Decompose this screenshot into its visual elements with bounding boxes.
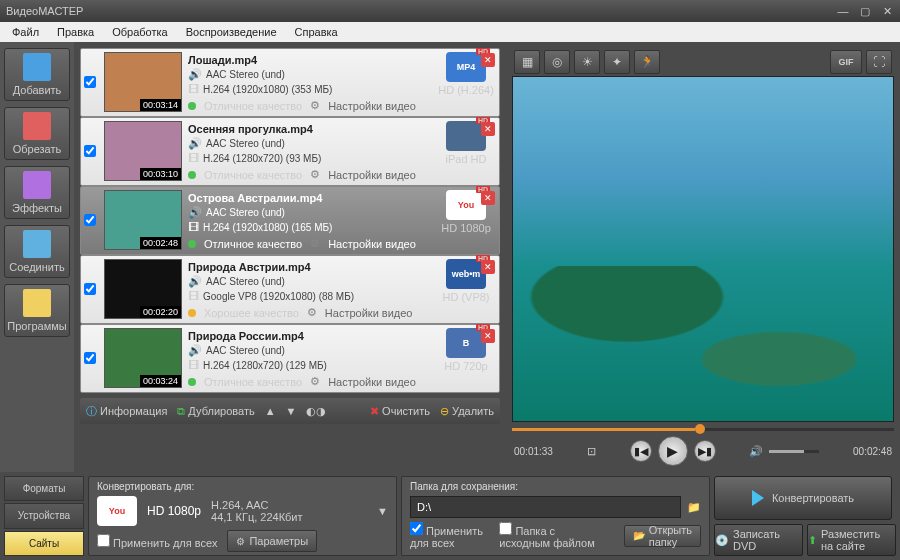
minimize-button[interactable]: — — [836, 4, 850, 18]
sidebar-2[interactable]: Эффекты — [4, 166, 70, 219]
source-folder-checkbox[interactable]: Папка с исходным файлом — [499, 522, 595, 549]
list-toolbar: ⓘИнформация ⧉Дублировать ▲ ▼ ◐◑ ✖Очистит… — [80, 398, 500, 424]
youtube-icon: You — [97, 496, 137, 526]
next-button[interactable]: ▶▮ — [694, 440, 716, 462]
brightness-icon[interactable]: ☀ — [574, 50, 600, 74]
params-button[interactable]: ⚙ Параметры — [227, 530, 317, 552]
video-settings-link[interactable]: Настройки видео — [328, 100, 416, 112]
duplicate-button[interactable]: ⧉Дублировать — [177, 405, 254, 418]
audio-info: 🔊AAC Stereo (und) — [188, 68, 430, 81]
prev-button[interactable]: ▮◀ — [630, 440, 652, 462]
file-row[interactable]: 00:03:24 Природа России.mp4 🔊AAC Stereo … — [80, 324, 500, 393]
remove-file-button[interactable]: ✕ — [481, 191, 495, 205]
file-name: Осенняя прогулка.mp4 — [188, 123, 430, 135]
delete-button[interactable]: ⊖Удалить — [440, 405, 494, 418]
move-up-button[interactable]: ▲ — [265, 405, 276, 417]
video-settings-link[interactable]: Настройки видео — [328, 238, 416, 250]
convert-format-panel: Конвертировать для: You HD 1080p H.264, … — [88, 476, 397, 556]
gif-button[interactable]: GIF — [830, 50, 862, 74]
maximize-button[interactable]: ▢ — [858, 4, 872, 18]
speed-icon[interactable]: 🏃 — [634, 50, 660, 74]
save-folder-panel: Папка для сохранения: 📁 Применить для вс… — [401, 476, 710, 556]
video-settings-link[interactable]: Настройки видео — [325, 307, 413, 319]
browse-folder-icon[interactable]: 📁 — [687, 501, 701, 514]
toggle-view-button[interactable]: ◐◑ — [306, 405, 326, 418]
menu-process[interactable]: Обработка — [104, 24, 175, 40]
seek-bar[interactable] — [512, 422, 894, 436]
save-folder-label: Папка для сохранения: — [410, 481, 701, 492]
publish-button[interactable]: ⬆Разместить на сайте — [807, 524, 896, 556]
sidebar-4[interactable]: Программы — [4, 284, 70, 337]
convert-button[interactable]: Конвертировать — [714, 476, 892, 520]
file-row[interactable]: 00:02:48 Острова Австралии.mp4 🔊AAC Ster… — [80, 186, 500, 255]
thumbnail[interactable]: 00:02:20 — [104, 259, 182, 319]
save-path-input[interactable] — [410, 496, 681, 518]
remove-file-button[interactable]: ✕ — [481, 122, 495, 136]
file-row[interactable]: 00:03:14 Лошади.mp4 🔊AAC Stereo (und) 🎞H… — [80, 48, 500, 117]
format-badge: BHD — [446, 328, 486, 358]
video-settings-link[interactable]: Настройки видео — [328, 169, 416, 181]
quality-label: Отличное качество — [204, 100, 302, 112]
quality-label: Отличное качество — [204, 169, 302, 181]
duration-label: 00:03:10 — [140, 168, 181, 180]
snapshot-icon[interactable]: ◎ — [544, 50, 570, 74]
snapshot-button[interactable]: ⊡ — [587, 445, 596, 458]
format-dropdown-icon[interactable]: ▼ — [377, 505, 388, 517]
sidebar-1[interactable]: Обрезать — [4, 107, 70, 160]
tab-sites[interactable]: Сайты — [4, 531, 84, 556]
thumbnail[interactable]: 00:03:24 — [104, 328, 182, 388]
remove-file-button[interactable]: ✕ — [481, 53, 495, 67]
duration-label: 00:03:14 — [140, 99, 181, 111]
menu-edit[interactable]: Правка — [49, 24, 102, 40]
format-label: HD (VP8) — [442, 291, 489, 303]
burn-dvd-button[interactable]: 💿Записать DVD — [714, 524, 803, 556]
thumbnail[interactable]: 00:03:10 — [104, 121, 182, 181]
tab-formats[interactable]: Форматы — [4, 476, 84, 501]
sidebar-3[interactable]: Соединить — [4, 225, 70, 278]
crop-icon[interactable]: ▦ — [514, 50, 540, 74]
tab-devices[interactable]: Устройства — [4, 503, 84, 528]
menu-help[interactable]: Справка — [287, 24, 346, 40]
menu-file[interactable]: Файл — [4, 24, 47, 40]
file-row[interactable]: 00:03:10 Осенняя прогулка.mp4 🔊AAC Stere… — [80, 117, 500, 186]
open-folder-button[interactable]: 📂 Открыть папку — [624, 525, 701, 547]
video-info: 🎞H.264 (1920x1080) (165 МБ) — [188, 221, 430, 233]
quality-label: Отличное качество — [204, 238, 302, 250]
move-down-button[interactable]: ▼ — [286, 405, 297, 417]
fullscreen-icon[interactable]: ⛶ — [866, 50, 892, 74]
file-list: 00:03:14 Лошади.mp4 🔊AAC Stereo (und) 🎞H… — [74, 42, 506, 472]
apply-all-folder-checkbox[interactable]: Применить для всех — [410, 522, 485, 549]
close-button[interactable]: ✕ — [880, 4, 894, 18]
sidebar-0[interactable]: Добавить — [4, 48, 70, 101]
format-badge: MP4HD — [446, 52, 486, 82]
enhance-icon[interactable]: ✦ — [604, 50, 630, 74]
thumbnail[interactable]: 00:03:14 — [104, 52, 182, 112]
audio-info: 🔊AAC Stereo (und) — [188, 344, 430, 357]
audio-info: 🔊AAC Stereo (und) — [188, 206, 430, 219]
format-rate: 44,1 КГц, 224Кбит — [211, 511, 303, 523]
volume-slider[interactable] — [769, 450, 819, 453]
video-preview[interactable] — [512, 76, 894, 422]
file-checkbox[interactable] — [84, 283, 96, 295]
video-settings-link[interactable]: Настройки видео — [328, 376, 416, 388]
file-checkbox[interactable] — [84, 214, 96, 226]
remove-file-button[interactable]: ✕ — [481, 329, 495, 343]
thumbnail[interactable]: 00:02:48 — [104, 190, 182, 250]
file-name: Острова Австралии.mp4 — [188, 192, 430, 204]
format-label: HD 1080p — [441, 222, 491, 234]
menu-playback[interactable]: Воспроизведение — [178, 24, 285, 40]
video-info: 🎞H.264 (1920x1080) (353 МБ) — [188, 83, 430, 95]
apply-all-format-checkbox[interactable]: Применить для всех — [97, 534, 217, 549]
volume-icon[interactable]: 🔊 — [749, 445, 763, 458]
quality-label: Отличное качество — [204, 376, 302, 388]
file-checkbox[interactable] — [84, 145, 96, 157]
file-row[interactable]: 00:02:20 Природа Австрии.mp4 🔊AAC Stereo… — [80, 255, 500, 324]
remove-file-button[interactable]: ✕ — [481, 260, 495, 274]
clear-button[interactable]: ✖Очистить — [370, 405, 430, 418]
play-button[interactable]: ▶ — [658, 436, 688, 466]
file-checkbox[interactable] — [84, 76, 96, 88]
info-button[interactable]: ⓘИнформация — [86, 404, 167, 419]
file-checkbox[interactable] — [84, 352, 96, 364]
sidebar: ДобавитьОбрезатьЭффектыСоединитьПрограмм… — [0, 42, 74, 472]
audio-info: 🔊AAC Stereo (und) — [188, 137, 430, 150]
